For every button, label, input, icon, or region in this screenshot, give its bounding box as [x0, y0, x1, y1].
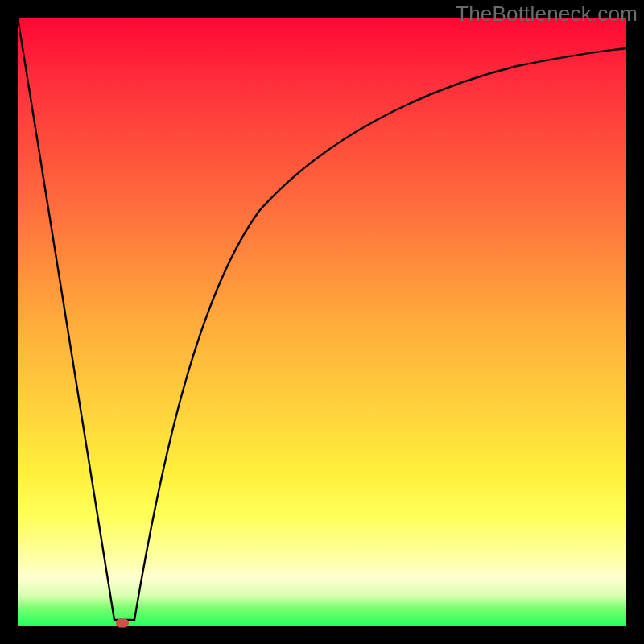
- plot-frame: [18, 18, 626, 626]
- chart-curve: [18, 18, 626, 626]
- curve-path: [18, 18, 626, 620]
- min-point-marker: [116, 619, 129, 628]
- watermark-text: TheBottleneck.com: [456, 2, 638, 27]
